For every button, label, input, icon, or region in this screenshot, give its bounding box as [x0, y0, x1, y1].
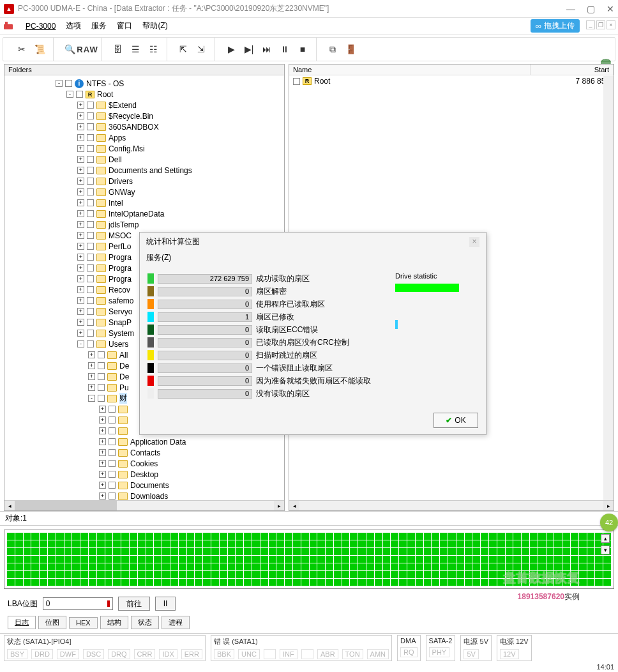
expand-icon[interactable]: -: [56, 80, 63, 87]
expand-icon[interactable]: +: [77, 210, 84, 217]
sector-cell[interactable]: [260, 556, 268, 563]
tree-checkbox[interactable]: [109, 438, 116, 445]
tree-node[interactable]: -RRoot: [4, 89, 284, 100]
tree-checkbox[interactable]: [87, 123, 94, 130]
tree-checkbox[interactable]: [87, 221, 94, 228]
sector-cell[interactable]: [375, 540, 382, 547]
sector-cell[interactable]: [80, 563, 88, 570]
sector-cell[interactable]: [7, 563, 15, 570]
sector-cell[interactable]: [260, 548, 268, 555]
sector-cell[interactable]: [293, 533, 301, 540]
sector-cell[interactable]: [195, 571, 202, 578]
sector-cell[interactable]: [334, 571, 342, 578]
sector-cell[interactable]: [276, 579, 284, 586]
expand-icon[interactable]: +: [88, 362, 95, 369]
sector-cell[interactable]: [269, 533, 276, 540]
sector-cell[interactable]: [391, 579, 398, 586]
sector-cell[interactable]: [472, 579, 480, 586]
tree-node[interactable]: +Intel: [4, 197, 284, 208]
sector-cell[interactable]: [80, 571, 88, 578]
sector-cell[interactable]: [130, 556, 137, 563]
sector-cell[interactable]: [317, 579, 325, 586]
sector-cell[interactable]: [162, 563, 170, 570]
sector-cell[interactable]: [276, 563, 284, 570]
sector-cell[interactable]: [513, 556, 521, 563]
sector-cell[interactable]: [146, 579, 154, 586]
sector-cell[interactable]: [440, 540, 448, 547]
sector-cell[interactable]: [285, 556, 292, 563]
sector-cell[interactable]: [440, 533, 448, 540]
sector-cell[interactable]: [448, 579, 456, 586]
tree-node[interactable]: +Contacts: [4, 447, 284, 458]
stats-menu[interactable]: 服务(Z): [140, 251, 486, 267]
sector-cell[interactable]: [138, 548, 146, 555]
sector-cell[interactable]: [170, 579, 178, 586]
expand-icon[interactable]: +: [77, 102, 84, 109]
sector-cell[interactable]: [293, 540, 301, 547]
sector-cell[interactable]: [170, 548, 178, 555]
tree-checkbox[interactable]: [98, 351, 105, 358]
tree-checkbox[interactable]: [87, 286, 94, 293]
tree-checkbox[interactable]: [109, 449, 116, 456]
sector-cell[interactable]: [269, 556, 276, 563]
sector-cell[interactable]: [554, 533, 562, 540]
sector-cell[interactable]: [383, 533, 391, 540]
sector-cell[interactable]: [358, 533, 366, 540]
sector-cell[interactable]: [236, 556, 243, 563]
sector-cell[interactable]: [375, 579, 382, 586]
sector-cell[interactable]: [472, 548, 480, 555]
sector-cell[interactable]: [31, 556, 39, 563]
sector-cell[interactable]: [162, 556, 170, 563]
sector-cell[interactable]: [603, 571, 611, 578]
sector-cell[interactable]: [432, 556, 439, 563]
sector-cell[interactable]: [179, 548, 186, 555]
sector-cell[interactable]: [146, 556, 154, 563]
sector-cell[interactable]: [326, 563, 333, 570]
exit-icon[interactable]: 🚪: [343, 42, 358, 56]
sector-cell[interactable]: [358, 571, 366, 578]
sector-cell[interactable]: [48, 548, 56, 555]
expand-icon[interactable]: +: [99, 416, 106, 424]
sector-cell[interactable]: [424, 579, 432, 586]
sector-cell[interactable]: [465, 533, 472, 540]
sector-cell[interactable]: [203, 571, 211, 578]
expand-icon[interactable]: +: [99, 427, 106, 434]
sector-cell[interactable]: [448, 571, 456, 578]
sector-cell[interactable]: [383, 563, 391, 570]
sector-cell[interactable]: [285, 579, 292, 586]
sector-cell[interactable]: [440, 563, 448, 570]
sector-cell[interactable]: [571, 533, 578, 540]
sector-cell[interactable]: [375, 533, 382, 540]
play-step-icon[interactable]: ▶|: [242, 42, 256, 56]
sector-cell[interactable]: [228, 540, 236, 547]
expand-icon[interactable]: +: [77, 199, 84, 206]
expand-icon[interactable]: +: [77, 275, 84, 282]
sector-cell[interactable]: [472, 571, 480, 578]
sector-cell[interactable]: [64, 533, 72, 540]
scroll-right-arrow[interactable]: ▸: [274, 501, 284, 510]
sector-cell[interactable]: [31, 563, 39, 570]
sector-cell[interactable]: [595, 563, 603, 570]
tree-node[interactable]: +Downloads: [4, 491, 284, 500]
stats-titlebar[interactable]: 统计和计算位图 ×: [140, 233, 486, 251]
sector-cell[interactable]: [203, 533, 211, 540]
sector-cell[interactable]: [130, 571, 137, 578]
sector-cell[interactable]: [391, 548, 398, 555]
sector-cell[interactable]: [138, 533, 146, 540]
expand-icon[interactable]: +: [99, 406, 106, 413]
sector-cell[interactable]: [203, 556, 211, 563]
col-name[interactable]: Name: [289, 65, 531, 75]
sector-cell[interactable]: [301, 556, 309, 563]
sector-cell[interactable]: [579, 563, 587, 570]
expand-icon[interactable]: +: [77, 308, 84, 315]
sector-cell[interactable]: [538, 548, 546, 555]
sector-cell[interactable]: [301, 540, 309, 547]
cloud-upload-button[interactable]: ∞ 拖拽上传: [531, 19, 580, 33]
sector-cell[interactable]: [399, 579, 407, 586]
sector-cell[interactable]: [269, 540, 276, 547]
sector-cell[interactable]: [481, 571, 488, 578]
sector-cell[interactable]: [138, 579, 146, 586]
tree-checkbox[interactable]: [87, 199, 94, 206]
sector-cell[interactable]: [546, 540, 554, 547]
sector-cell[interactable]: [7, 556, 15, 563]
